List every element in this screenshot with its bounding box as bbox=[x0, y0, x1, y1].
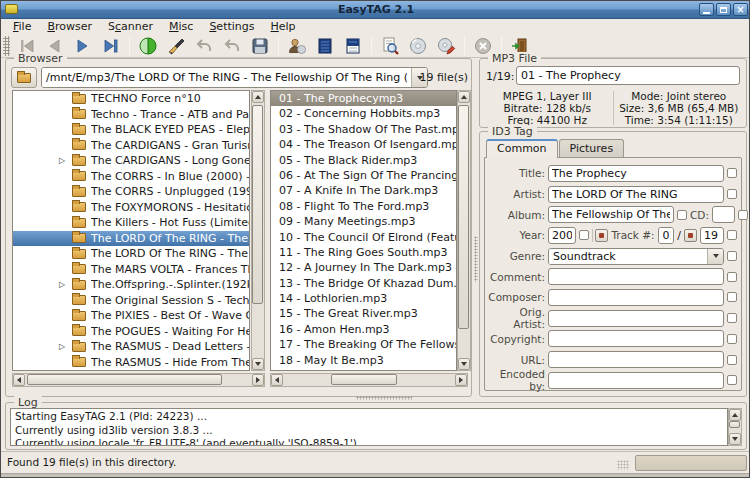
genre-input[interactable] bbox=[549, 249, 707, 264]
log-vscrollbar[interactable] bbox=[728, 408, 742, 446]
copyright-input[interactable] bbox=[548, 330, 724, 347]
scroll-up-button[interactable] bbox=[729, 409, 741, 421]
menu-help[interactable]: Help bbox=[263, 20, 304, 34]
scroll-track[interactable] bbox=[25, 374, 252, 386]
directory-row[interactable]: Techno - Trance - ATB and Paul Van Dyke … bbox=[13, 107, 249, 123]
next-file-button[interactable] bbox=[70, 35, 96, 57]
remove-tags-button[interactable] bbox=[163, 35, 189, 57]
close-button[interactable]: × bbox=[733, 3, 748, 16]
filename-input[interactable] bbox=[516, 66, 740, 85]
scroll-thumb[interactable] bbox=[27, 374, 222, 385]
tab-common[interactable]: Common bbox=[486, 139, 558, 158]
directory-row[interactable]: ▷The.Offspring.-.Splinter.(192kbps.-.Lam… bbox=[13, 277, 249, 293]
year-input[interactable] bbox=[548, 227, 576, 244]
file-row[interactable]: 13 - The Bridge Of Khazad Dum.mp3 bbox=[271, 276, 456, 291]
menu-scanner[interactable]: Scanner bbox=[100, 20, 161, 34]
expander-icon[interactable]: ▷ bbox=[59, 280, 72, 289]
directory-row[interactable]: The LORD Of The RING - The Two Towers ( bbox=[13, 246, 249, 262]
file-row[interactable]: 17 - The Breaking Of The Fellowship.mp3 bbox=[271, 337, 456, 352]
scan-files-button[interactable] bbox=[135, 35, 161, 57]
album-apply-checkbox[interactable] bbox=[677, 210, 687, 220]
file-row[interactable]: 01 - The Prophecymp3 bbox=[271, 91, 456, 106]
menu-settings[interactable]: Settings bbox=[201, 20, 262, 34]
paned-handle-vertical[interactable] bbox=[472, 58, 479, 397]
orig-artist-input[interactable] bbox=[548, 310, 724, 327]
scroll-thumb[interactable] bbox=[729, 421, 740, 428]
directory-row[interactable]: The MARS VOLTA - Frances The Mute (200 bbox=[13, 262, 249, 278]
file-row[interactable]: 06 - At The Sign Of The Prancing Pony.mp… bbox=[271, 168, 456, 183]
scroll-up-button[interactable] bbox=[252, 91, 264, 103]
file-row[interactable]: 08 - Flight To The Ford.mp3 bbox=[271, 199, 456, 214]
scroll-left-button[interactable] bbox=[13, 374, 25, 386]
orig-artist-apply-checkbox[interactable] bbox=[727, 313, 737, 323]
directory-row[interactable]: The CORRS - Unplugged (1999) - Pop bbox=[13, 184, 249, 200]
encoded-by-input[interactable] bbox=[548, 372, 724, 389]
directory-row[interactable]: The Killers - Hot Fuss (Limited Edition … bbox=[13, 215, 249, 231]
tab-pictures[interactable]: Pictures bbox=[559, 139, 625, 158]
file-row[interactable]: 12 - A Journey In The Dark.mp3 bbox=[271, 260, 456, 275]
expander-icon[interactable]: ▷ bbox=[59, 342, 72, 351]
menu-browser[interactable]: Browser bbox=[39, 20, 100, 34]
scroll-track[interactable] bbox=[729, 421, 741, 433]
scroll-right-button[interactable] bbox=[455, 374, 467, 386]
track-input[interactable] bbox=[659, 228, 675, 243]
file-row[interactable]: 04 - The Treason Of Isengard.mp3 bbox=[271, 137, 456, 152]
comment-apply-checkbox[interactable] bbox=[727, 272, 737, 282]
paned-handle-horizontal[interactable] bbox=[5, 395, 747, 401]
minimize-button[interactable] bbox=[699, 3, 714, 16]
file-row[interactable]: 07 - A Knife In The Dark.mp3 bbox=[271, 183, 456, 198]
directory-row[interactable]: The POGUES - Waiting For Herb (2003) - F bbox=[13, 324, 249, 340]
file-list-hscrollbar[interactable] bbox=[270, 373, 468, 387]
directory-row[interactable]: The RAVEONETTES - Pretty In Black (Adva bbox=[13, 370, 249, 371]
url-input[interactable] bbox=[548, 351, 724, 368]
write-playlist-button[interactable] bbox=[433, 35, 459, 57]
directory-row[interactable]: The BLACK EYED PEAS - Elephunk (2003) bbox=[13, 122, 249, 138]
composer-input[interactable] bbox=[548, 289, 724, 306]
file-list-vscrollbar[interactable] bbox=[457, 90, 471, 371]
file-row[interactable]: 03 - The Shadow Of The Past.mp3 bbox=[271, 122, 456, 137]
undo-button[interactable] bbox=[191, 35, 217, 57]
scroll-down-button[interactable] bbox=[458, 358, 470, 370]
directory-row[interactable]: The Original Session S - Techno bbox=[13, 293, 249, 309]
directory-row[interactable]: The LORD Of The RING - The Fellowship Of bbox=[13, 231, 249, 247]
maximize-button[interactable] bbox=[716, 3, 731, 16]
directory-row[interactable]: The FOXYMORONS - Hesitation Eyes (2005 bbox=[13, 200, 249, 216]
encoded-by-apply-checkbox[interactable] bbox=[727, 375, 737, 385]
url-apply-checkbox[interactable] bbox=[727, 355, 737, 365]
file-row[interactable]: 09 - Many Meetings.mp3 bbox=[271, 214, 456, 229]
unselect-all-files-button[interactable] bbox=[340, 35, 366, 57]
scroll-left-button[interactable] bbox=[271, 374, 283, 386]
title-apply-checkbox[interactable] bbox=[727, 168, 737, 178]
artist-input[interactable] bbox=[548, 186, 724, 203]
path-input[interactable] bbox=[42, 68, 411, 87]
menu-file[interactable]: File bbox=[5, 20, 39, 34]
save-files-button[interactable] bbox=[247, 35, 273, 57]
scroll-up-button[interactable] bbox=[458, 91, 470, 103]
file-row[interactable]: 05 - The Black Rider.mp3 bbox=[271, 153, 456, 168]
toolbar-handle[interactable] bbox=[3, 36, 10, 56]
last-file-button[interactable] bbox=[98, 35, 124, 57]
directory-row[interactable]: ▷The CARDIGANS - Long Gone Before Daylig bbox=[13, 153, 249, 169]
directory-tree-vscrollbar[interactable] bbox=[251, 90, 265, 371]
directory-row[interactable]: The CORRS - In Blue (2000) - Rock bbox=[13, 169, 249, 185]
cd-input[interactable] bbox=[712, 206, 735, 223]
directory-row[interactable]: The PIXIES - Best Of - Wave Of Mutilatio… bbox=[13, 308, 249, 324]
track-number-auto-button[interactable] bbox=[595, 229, 608, 242]
artist-apply-checkbox[interactable] bbox=[727, 189, 737, 199]
title-input[interactable] bbox=[548, 165, 724, 182]
directory-row[interactable]: TECHNO Force n°10 bbox=[13, 91, 249, 107]
menu-misc[interactable]: Misc bbox=[161, 20, 201, 34]
expander-icon[interactable]: ▷ bbox=[59, 156, 72, 165]
year-apply-checkbox[interactable] bbox=[579, 230, 589, 240]
genre-dropdown-button[interactable] bbox=[707, 249, 723, 264]
track-total-auto-button[interactable] bbox=[684, 229, 697, 242]
redo-button[interactable] bbox=[219, 35, 245, 57]
track-apply-checkbox[interactable] bbox=[727, 230, 737, 240]
directory-row[interactable]: The RASMUS - Hide From The Sun (2005) - bbox=[13, 355, 249, 371]
composer-apply-checkbox[interactable] bbox=[727, 292, 737, 302]
directory-row[interactable]: The CARDIGANS - Gran Turismo (1998) - P bbox=[13, 138, 249, 154]
file-row[interactable]: 10 - The Council Of Elrond (Featuring An… bbox=[271, 230, 456, 245]
scroll-track[interactable] bbox=[458, 103, 470, 358]
file-row[interactable]: 16 - Amon Hen.mp3 bbox=[271, 322, 456, 337]
audio-player-button[interactable] bbox=[284, 35, 310, 57]
